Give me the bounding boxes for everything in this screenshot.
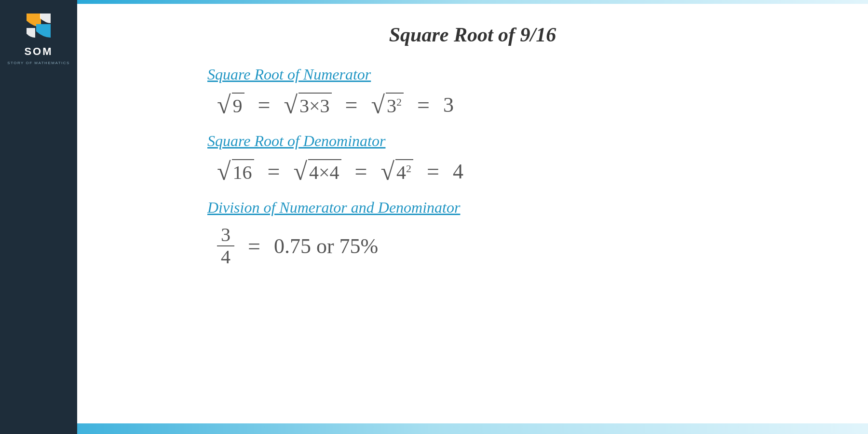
equals-4: = (268, 159, 280, 184)
radical-content-9: 9 (232, 93, 244, 118)
section-division: Division of Numerator and Denominator 3 … (207, 199, 738, 267)
section-numerator-heading: Square Root of Numerator (207, 66, 738, 83)
sqrt-symbol-4: √ (217, 159, 231, 184)
radical-content-16: 16 (232, 159, 254, 184)
equals-1: = (258, 92, 271, 118)
section-division-heading: Division of Numerator and Denominator (207, 199, 738, 217)
sqrt-symbol-2: √ (284, 93, 298, 118)
page-title: Square Root of 9/16 (389, 23, 556, 46)
result-division: 0.75 or 75% (274, 234, 378, 258)
logo-container: SOM STORY OF MATHEMATICS (7, 9, 70, 65)
fraction-denominator: 4 (217, 246, 234, 267)
logo-subtext: STORY OF MATHEMATICS (7, 61, 70, 65)
radical-16: √ 16 (217, 159, 254, 184)
equals-5: = (355, 159, 367, 184)
radical-3sq: √ 32 (371, 93, 404, 118)
sqrt-symbol-1: √ (217, 93, 231, 118)
logo-text: SOM (24, 45, 53, 58)
sidebar: SOM STORY OF MATHEMATICS (0, 0, 77, 434)
math-line-numerator: √ 9 = √ 3×3 = √ 32 = 3 (207, 92, 738, 118)
equals-2: = (345, 92, 358, 118)
fraction-numerator: 3 (217, 225, 234, 246)
radical-9: √ 9 (217, 93, 244, 118)
section-denominator: Square Root of Denominator √ 16 = √ 4×4 … (207, 132, 738, 184)
equals-3: = (417, 92, 430, 118)
sqrt-symbol-3: √ (371, 93, 385, 118)
equals-6: = (427, 159, 439, 184)
radical-4sq: √ 42 (381, 159, 414, 184)
sqrt-symbol-5: √ (294, 159, 308, 184)
radical-content-3sq: 32 (386, 93, 404, 118)
radical-content-3x3: 3×3 (298, 93, 332, 118)
math-line-division: 3 4 = 0.75 or 75% (207, 225, 738, 267)
radical-4x4: √ 4×4 (294, 159, 341, 184)
result-4: 4 (453, 159, 463, 184)
math-line-denominator: √ 16 = √ 4×4 = √ 42 = 4 (207, 159, 738, 184)
section-numerator: Square Root of Numerator √ 9 = √ 3×3 = √… (207, 66, 738, 118)
result-3: 3 (443, 93, 454, 117)
sqrt-symbol-6: √ (381, 159, 395, 184)
radical-content-4x4: 4×4 (308, 159, 341, 184)
main-content: Square Root of 9/16 Square Root of Numer… (77, 4, 868, 423)
bottom-accent-bar (0, 423, 868, 434)
section-denominator-heading: Square Root of Denominator (207, 132, 738, 150)
equals-7: = (248, 233, 260, 259)
radical-content-4sq: 42 (395, 159, 413, 184)
top-accent-bar (77, 0, 868, 4)
fraction-3-4: 3 4 (217, 225, 234, 267)
radical-3x3: √ 3×3 (284, 93, 332, 118)
som-logo-icon (22, 9, 55, 42)
